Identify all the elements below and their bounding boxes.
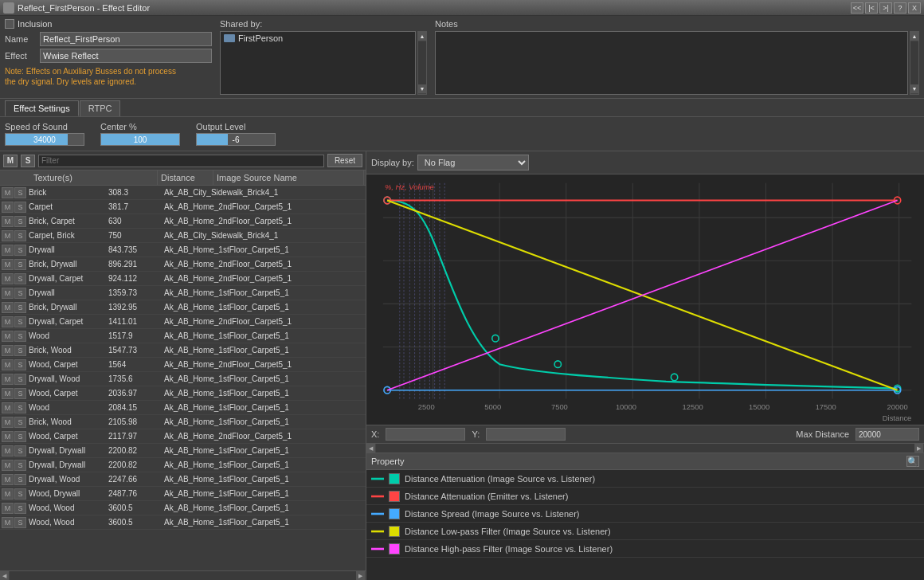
table-row[interactable]: M S Drywall 843.735 Ak_AB_Home_1stFloor_… (0, 243, 366, 257)
row-m-button[interactable]: M (2, 273, 14, 284)
filter-input[interactable] (38, 155, 324, 167)
name-input[interactable] (40, 32, 212, 46)
reset-button[interactable]: Reset (327, 154, 362, 167)
table-row[interactable]: M S Drywall, Drywall 2200.82 Ak_AB_Home_… (0, 444, 366, 458)
row-s-button[interactable]: S (14, 488, 26, 500)
row-m-button[interactable]: M (2, 503, 14, 514)
table-row[interactable]: M S Carpet 381.7 Ak_AB_Home_2ndFloor_Car… (0, 200, 366, 214)
output-level-slider[interactable]: -6 (196, 133, 276, 146)
table-row[interactable]: M S Brick 308.3 Ak_AB_City_Sidewalk_Bric… (0, 186, 366, 200)
table-row[interactable]: M S Wood 2084.15 Ak_AB_Home_1stFloor_Car… (0, 401, 366, 415)
s-button[interactable]: S (21, 155, 35, 167)
table-h-scrollbar[interactable]: ◀ ▶ (0, 570, 366, 580)
row-s-button[interactable]: S (14, 202, 26, 213)
notes-area[interactable] (435, 31, 908, 95)
table-row[interactable]: M S Drywall, Carpet 1411.01 Ak_AB_Home_2… (0, 315, 366, 329)
row-m-button[interactable]: M (2, 331, 14, 342)
row-m-button[interactable]: M (2, 259, 14, 270)
chart-h-scroll-left[interactable]: ◀ (366, 444, 376, 453)
row-m-button[interactable]: M (2, 460, 14, 471)
row-m-button[interactable]: M (2, 474, 14, 485)
center-pct-slider[interactable]: 100 (100, 133, 180, 146)
row-s-button[interactable]: S (14, 431, 26, 442)
max-distance-value[interactable]: 20000 (855, 428, 919, 441)
row-s-button[interactable]: S (14, 417, 26, 428)
row-m-button[interactable]: M (2, 517, 14, 528)
property-search-button[interactable]: 🔍 (906, 456, 919, 467)
table-row[interactable]: M S Brick, Wood 1547.73 Ak_AB_Home_1stFl… (0, 343, 366, 358)
row-m-button[interactable]: M (2, 216, 14, 227)
h-scroll-right[interactable]: ▶ (356, 571, 366, 580)
help-btn[interactable]: ? (894, 2, 906, 14)
row-m-button[interactable]: M (2, 245, 14, 256)
prev-btn[interactable]: |< (865, 2, 878, 14)
row-m-button[interactable]: M (2, 302, 14, 313)
table-row[interactable]: M S Brick, Drywall 896.291 Ak_AB_Home_2n… (0, 257, 366, 272)
row-s-button[interactable]: S (14, 388, 26, 399)
row-s-button[interactable]: S (14, 230, 26, 241)
row-m-button[interactable]: M (2, 417, 14, 428)
title-bar-buttons[interactable]: << |< >| ? X (851, 2, 921, 14)
row-s-button[interactable]: S (14, 316, 26, 327)
row-s-button[interactable]: S (14, 216, 26, 227)
row-s-button[interactable]: S (14, 445, 26, 457)
scroll-up-btn[interactable]: ▲ (418, 32, 426, 41)
m-button[interactable]: M (3, 155, 18, 167)
property-row[interactable]: Distance High-pass Filter (Image Source … (366, 540, 924, 558)
row-m-button[interactable]: M (2, 359, 14, 370)
table-row[interactable]: M S Drywall, Wood 2247.66 Ak_AB_Home_1st… (0, 472, 366, 487)
table-row[interactable]: M S Wood 1517.9 Ak_AB_Home_1stFloor_Carp… (0, 329, 366, 343)
row-m-button[interactable]: M (2, 488, 14, 500)
row-m-button[interactable]: M (2, 316, 14, 327)
row-s-button[interactable]: S (14, 273, 26, 284)
row-m-button[interactable]: M (2, 388, 14, 399)
table-row[interactable]: M S Wood, Carpet 2117.97 Ak_AB_Home_2ndF… (0, 429, 366, 444)
table-row[interactable]: M S Brick, Drywall 1392.95 Ak_AB_Home_1s… (0, 300, 366, 315)
property-row[interactable]: Distance Spread (Image Source vs. Listen… (366, 505, 924, 523)
effect-input[interactable] (40, 49, 212, 63)
h-scroll-left[interactable]: ◀ (0, 571, 10, 580)
row-s-button[interactable]: S (14, 460, 26, 471)
chart-h-scrollbar[interactable]: ◀ ▶ (366, 443, 924, 453)
table-row[interactable]: M S Drywall, Wood 1735.6 Ak_AB_Home_1stF… (0, 372, 366, 386)
table-row[interactable]: M S Drywall, Drywall 2200.82 Ak_AB_Home_… (0, 458, 366, 472)
row-s-button[interactable]: S (14, 331, 26, 342)
row-m-button[interactable]: M (2, 345, 14, 356)
property-row[interactable]: Distance Attenuation (Image Source vs. L… (366, 470, 924, 488)
row-s-button[interactable]: S (14, 345, 26, 356)
table-row[interactable]: M S Wood, Carpet 2036.97 Ak_AB_Home_1stF… (0, 386, 366, 401)
row-s-button[interactable]: S (14, 288, 26, 299)
table-row[interactable]: M S Brick, Carpet 630 Ak_AB_Home_2ndFloo… (0, 214, 366, 229)
notes-scroll-down[interactable]: ▼ (910, 84, 918, 94)
row-s-button[interactable]: S (14, 374, 26, 385)
chart-h-scroll-right[interactable]: ▶ (914, 444, 924, 453)
close-btn[interactable]: X (908, 2, 921, 14)
inclusion-checkbox[interactable] (5, 19, 14, 29)
row-s-button[interactable]: S (14, 402, 26, 413)
table-row[interactable]: M S Carpet, Brick 750 Ak_AB_City_Sidewal… (0, 229, 366, 243)
property-row[interactable]: Distance Attenuation (Emitter vs. Listen… (366, 488, 924, 505)
forward-btn[interactable]: << (851, 2, 863, 14)
table-row[interactable]: M S Wood, Carpet 1564 Ak_AB_Home_2ndFloo… (0, 358, 366, 372)
row-s-button[interactable]: S (14, 187, 26, 198)
table-row[interactable]: M S Drywall 1359.73 Ak_AB_Home_1stFloor_… (0, 286, 366, 300)
row-m-button[interactable]: M (2, 288, 14, 299)
display-by-select[interactable]: No Flag (417, 155, 529, 170)
tab-effect-settings[interactable]: Effect Settings (5, 100, 79, 116)
row-s-button[interactable]: S (14, 474, 26, 485)
row-m-button[interactable]: M (2, 431, 14, 442)
row-m-button[interactable]: M (2, 374, 14, 385)
row-s-button[interactable]: S (14, 245, 26, 256)
scroll-down-btn[interactable]: ▼ (418, 84, 426, 94)
row-m-button[interactable]: M (2, 202, 14, 213)
table-row[interactable]: M S Brick, Wood 2105.98 Ak_AB_Home_1stFl… (0, 415, 366, 429)
row-s-button[interactable]: S (14, 359, 26, 370)
speed-of-sound-slider[interactable]: 34000 (5, 133, 84, 146)
tab-rtpc[interactable]: RTPC (80, 100, 121, 116)
row-s-button[interactable]: S (14, 503, 26, 514)
row-m-button[interactable]: M (2, 187, 14, 198)
shared-list-item[interactable]: FirstPerson (221, 32, 415, 45)
notes-scroll-up[interactable]: ▲ (910, 32, 918, 41)
table-row[interactable]: M S Wood, Wood 3600.5 Ak_AB_Home_1stFloo… (0, 515, 366, 530)
row-s-button[interactable]: S (14, 259, 26, 270)
